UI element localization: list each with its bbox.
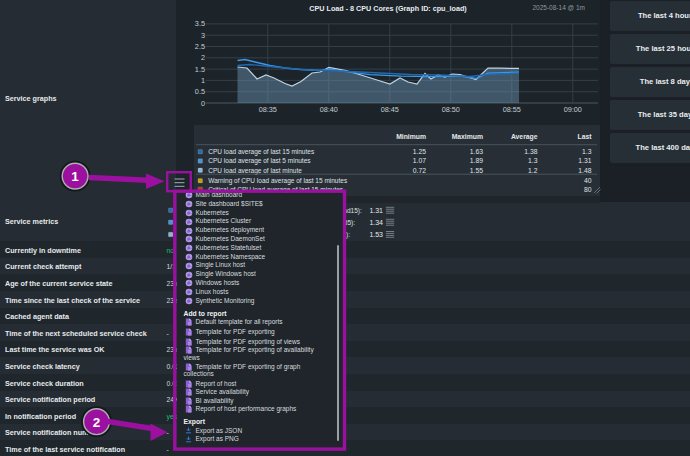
- svg-text:1: 1: [71, 169, 79, 184]
- svg-text:2: 2: [93, 415, 101, 430]
